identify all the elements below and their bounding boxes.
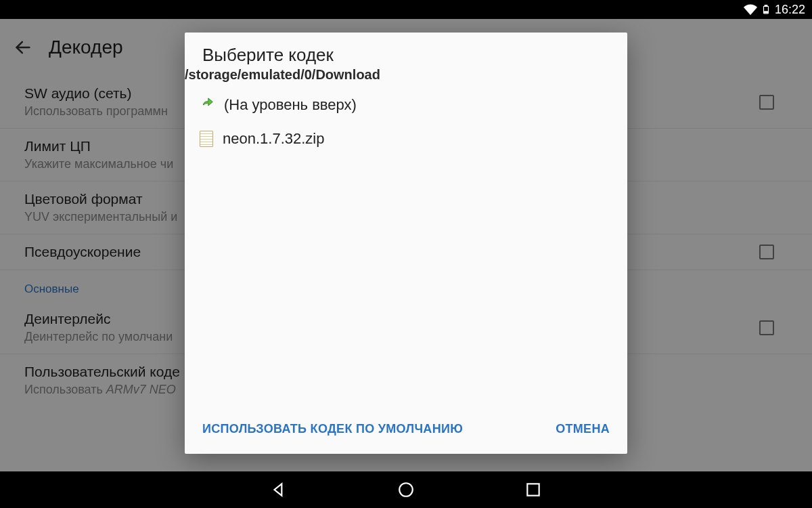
wifi-icon xyxy=(744,3,757,16)
nav-bar xyxy=(0,471,812,508)
codec-picker-dialog: Выберите кодек /storage/emulated/0/Downl… xyxy=(185,33,627,454)
svg-rect-2 xyxy=(765,12,768,13)
file-icon xyxy=(200,131,213,147)
svg-marker-4 xyxy=(275,484,282,495)
dialog-title: Выберите кодек xyxy=(202,45,610,66)
dialog-header: Выберите кодек xyxy=(185,33,627,68)
nav-recent-button[interactable] xyxy=(524,480,543,499)
up-arrow-icon xyxy=(200,98,215,112)
svg-rect-1 xyxy=(765,5,767,7)
svg-point-5 xyxy=(399,483,413,496)
status-time: 16:22 xyxy=(775,3,805,17)
nav-home-button[interactable] xyxy=(397,480,415,499)
dialog-body: (На уровень вверх) neon.1.7.32.zip xyxy=(185,88,627,407)
dialog-actions: Использовать кодек по умолчанию Отмена xyxy=(185,407,627,454)
up-label: (На уровень вверх) xyxy=(224,96,357,114)
svg-rect-6 xyxy=(527,484,539,495)
dialog-path: /storage/emulated/0/Download xyxy=(185,67,627,88)
battery-icon xyxy=(761,3,771,16)
cancel-button[interactable]: Отмена xyxy=(553,417,612,442)
status-bar: 16:22 xyxy=(0,0,812,19)
use-default-codec-button[interactable]: Использовать кодек по умолчанию xyxy=(200,417,466,442)
file-row[interactable]: neon.1.7.32.zip xyxy=(193,122,619,156)
file-name: neon.1.7.32.zip xyxy=(223,130,324,148)
nav-back-button[interactable] xyxy=(269,480,288,499)
up-one-level[interactable]: (На уровень вверх) xyxy=(193,88,619,122)
